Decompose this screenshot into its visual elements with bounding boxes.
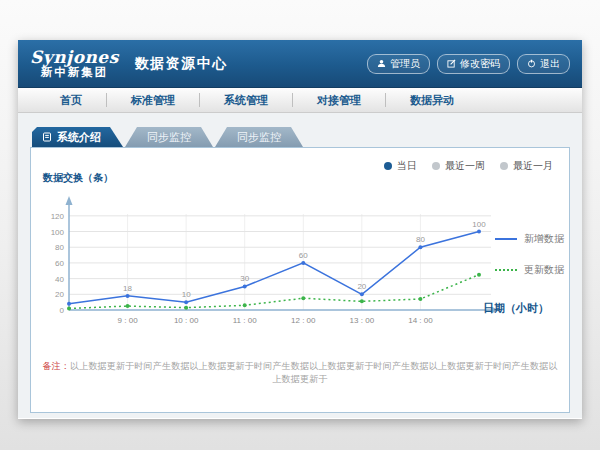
nav-item-data-changes[interactable]: 数据异动 (386, 93, 478, 107)
line-chart: 9 : 0010 : 0011 : 0012 : 0013 : 0014 : 0… (39, 188, 509, 338)
content-area: 系统介绍 同步监控 同步监控 当日 最近一周 (18, 113, 582, 418)
svg-text:9 : 00: 9 : 00 (118, 316, 139, 325)
tab-bar: 系统介绍 同步监控 同步监控 (18, 113, 582, 147)
radio-last-month[interactable]: 最近一月 (500, 159, 553, 173)
admin-user-button[interactable]: 管理员 (367, 54, 430, 74)
svg-text:80: 80 (416, 235, 425, 244)
svg-text:60: 60 (55, 259, 64, 268)
svg-text:40: 40 (55, 275, 64, 284)
footnote: 备注：以上数据更新于时间产生数据以上数据更新于时间产生数据以上数据更新于时间产生… (41, 360, 559, 386)
svg-text:30: 30 (240, 274, 249, 283)
header-actions: 管理员 修改密码 退出 (367, 54, 570, 74)
svg-text:14 : 00: 14 : 00 (408, 316, 433, 325)
legend-item-updated-data[interactable]: 更新数据 (495, 263, 564, 277)
svg-text:10 : 00: 10 : 00 (174, 316, 199, 325)
svg-text:80: 80 (55, 243, 64, 252)
tab-label: 系统介绍 (57, 127, 101, 147)
radio-dot (432, 162, 440, 170)
nav-item-home[interactable]: 首页 (36, 93, 107, 107)
legend-line-sample (495, 238, 517, 240)
y-axis-title: 数据交换（条） (43, 171, 113, 185)
document-icon (42, 132, 52, 142)
svg-text:10: 10 (182, 290, 191, 299)
svg-text:20: 20 (357, 282, 366, 291)
radio-last-week[interactable]: 最近一周 (432, 159, 485, 173)
change-password-label: 修改密码 (460, 57, 500, 71)
radio-label: 最近一周 (445, 159, 485, 173)
svg-text:20: 20 (55, 290, 64, 299)
svg-text:100: 100 (472, 220, 486, 229)
svg-text:0: 0 (60, 306, 65, 315)
radio-today[interactable]: 当日 (384, 159, 417, 173)
footnote-prefix: 备注： (42, 361, 70, 371)
company-logo: Synjones 新中新集团 (30, 49, 119, 79)
svg-text:11 : 00: 11 : 00 (233, 316, 257, 325)
logo-text: Synjones (30, 49, 119, 67)
nav-item-standard-mgmt[interactable]: 标准管理 (107, 93, 200, 107)
power-icon (527, 59, 536, 68)
radio-dot (500, 162, 508, 170)
legend-label: 新增数据 (524, 232, 564, 246)
main-nav: 首页 标准管理 系统管理 对接管理 数据异动 (18, 88, 582, 113)
radio-label: 最近一月 (513, 159, 553, 173)
svg-text:12 : 00: 12 : 00 (291, 316, 316, 325)
chart-container: 9 : 0010 : 0011 : 0012 : 0013 : 0014 : 0… (39, 188, 509, 342)
x-axis-title: 日期（小时） (483, 301, 549, 316)
change-password-button[interactable]: 修改密码 (437, 54, 510, 74)
svg-text:100: 100 (51, 228, 65, 237)
tab-sync-monitor-2[interactable]: 同步监控 (215, 127, 303, 147)
chart-legend: 新增数据 更新数据 (495, 232, 564, 277)
svg-text:13 : 00: 13 : 00 (350, 316, 375, 325)
svg-text:18: 18 (123, 284, 132, 293)
legend-label: 更新数据 (524, 263, 564, 277)
tab-label: 同步监控 (237, 131, 281, 143)
tab-label: 同步监控 (147, 131, 191, 143)
legend-item-new-data[interactable]: 新增数据 (495, 232, 564, 246)
tab-sync-monitor-1[interactable]: 同步监控 (125, 127, 213, 147)
app-window: Synjones 新中新集团 数据资源中心 管理员 修改密码 退出 首页 标准管… (18, 40, 582, 419)
radio-dot (384, 162, 392, 170)
radio-label: 当日 (397, 159, 417, 173)
logout-label: 退出 (540, 57, 560, 71)
user-icon (377, 59, 386, 68)
admin-user-label: 管理员 (390, 57, 420, 71)
edit-icon (447, 59, 456, 68)
nav-item-system-mgmt[interactable]: 系统管理 (200, 93, 293, 107)
logout-button[interactable]: 退出 (517, 54, 570, 74)
app-header: Synjones 新中新集团 数据资源中心 管理员 修改密码 退出 (18, 40, 582, 88)
svg-text:120: 120 (51, 212, 65, 221)
svg-text:60: 60 (299, 251, 308, 260)
chart-panel: 当日 最近一周 最近一月 数据交换（条） 9 : 0010 : 0011 : 0… (30, 147, 570, 413)
nav-item-interface-mgmt[interactable]: 对接管理 (293, 93, 386, 107)
time-range-filter: 当日 最近一周 最近一月 (384, 159, 553, 173)
page-title: 数据资源中心 (135, 55, 228, 73)
legend-line-sample (495, 269, 517, 271)
logo-subtext: 新中新集团 (30, 66, 119, 78)
tab-system-intro[interactable]: 系统介绍 (32, 127, 123, 147)
footnote-text: 以上数据更新于时间产生数据以上数据更新于时间产生数据以上数据更新于时间产生数据以… (70, 361, 558, 384)
